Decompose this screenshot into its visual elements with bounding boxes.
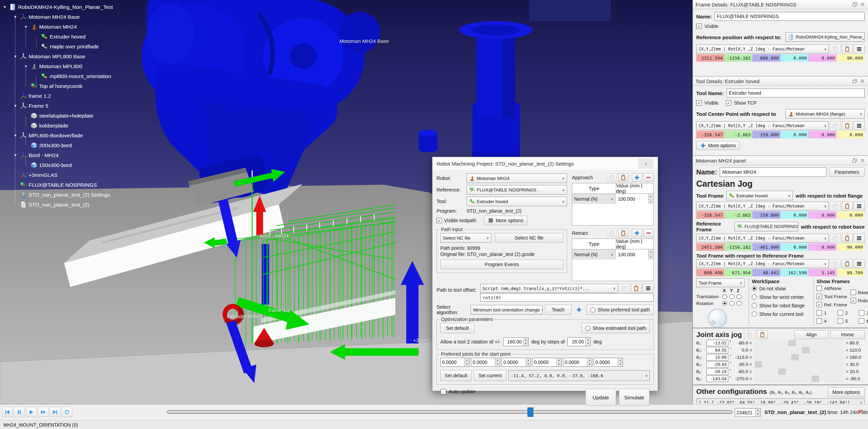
pose-menu-icon[interactable] (854, 234, 865, 243)
pose-menu-icon[interactable] (854, 121, 865, 130)
joint-increase-icon[interactable]: > (846, 362, 848, 367)
show-frame-number-option[interactable]: 4 (817, 317, 838, 325)
pose-value-cell[interactable]: 0.000 (808, 54, 836, 62)
tree-item[interactable]: FLUX@TABLE NOSPRINGS (0, 180, 177, 190)
robot-select[interactable]: Motoman MH24 ∨ (467, 173, 567, 183)
tree-expander-icon[interactable]: ▼ (13, 153, 18, 157)
joint-increase-icon[interactable]: > (846, 376, 848, 381)
show-estimated-toolpath-radio[interactable]: Show estimated tool path (581, 323, 650, 333)
frame-visible-checkbox[interactable] (696, 24, 702, 29)
close-panel-icon[interactable] (860, 158, 865, 163)
tree-item[interactable]: ▼ MPL800-Bordoverflade (0, 131, 177, 140)
joint-increase-icon[interactable]: > (846, 355, 848, 360)
float-panel-icon[interactable] (852, 2, 857, 7)
paste-icon[interactable] (618, 173, 628, 182)
pose-value-cell[interactable]: 48.442 (752, 269, 780, 276)
joint-slider[interactable] (754, 361, 844, 368)
dialog-close-button[interactable]: x (638, 158, 654, 169)
pose-menu-icon[interactable] (854, 202, 865, 211)
paste-joints-icon[interactable] (757, 330, 768, 339)
remove-approach-button[interactable] (643, 173, 654, 182)
pose-menu-icon[interactable] (854, 259, 865, 268)
pose-value-cell[interactable]: 0.000 (780, 54, 808, 62)
remove-retract-button[interactable] (643, 229, 654, 237)
skip-start-button[interactable] (2, 407, 13, 417)
show-frame-number-option[interactable]: 1 (817, 309, 838, 317)
dialog-title-bar[interactable]: Robot Machining Project: STD_non_planar_… (432, 157, 658, 170)
pose-value-cell[interactable]: 0.000 (837, 131, 865, 138)
joint-decrease-icon[interactable]: < (749, 348, 752, 353)
tool-frame-select[interactable]: Extruder hoved ∨ (726, 191, 793, 200)
pose-value-cell[interactable]: 162.599 (780, 269, 808, 276)
pose-value-cell[interactable]: 889.000 (752, 54, 780, 62)
paste-icon[interactable] (618, 229, 628, 237)
frame-details-header[interactable]: Frame Details: FLUX@TABLE NOSPRINGS (693, 0, 868, 9)
preferred-joint-input[interactable]: 0.0000 ▲▼ (563, 358, 592, 367)
auto-update-checkbox[interactable] (441, 389, 446, 394)
joint-value-input[interactable]: -39.19 (706, 368, 728, 375)
joint-decrease-icon[interactable]: < (749, 340, 752, 346)
show-tcp-checkbox[interactable] (726, 100, 731, 106)
copy-joints-icon[interactable] (744, 330, 755, 339)
paste-pose-icon[interactable] (842, 259, 853, 268)
joint-value-input[interactable]: 64.55 (706, 347, 728, 353)
pose-value-cell[interactable]: -461.000 (752, 243, 780, 251)
pose-format-select[interactable]: [X,Y,Z]mm | Rot[X,Y ,Z ]deg - Fanuc/Moto… (696, 121, 829, 130)
joint-slider[interactable] (754, 354, 844, 361)
joint-slider[interactable] (754, 340, 844, 346)
rotation-y-radio[interactable] (729, 301, 734, 306)
step-input[interactable]: 20.00 ▲▼ (567, 337, 591, 346)
pose-value-cell[interactable]: 0.000 (808, 243, 836, 251)
tool-more-options-button[interactable]: More options (696, 141, 740, 150)
pose-value-cell[interactable]: -2.663 (724, 211, 752, 219)
preferred-joint-input[interactable]: 0.0000 ▲▼ (471, 358, 500, 367)
float-panel-icon[interactable] (852, 78, 857, 84)
select-nc-file-button[interactable]: Select NC file (495, 233, 563, 243)
tree-item[interactable]: steelaluplate+holeplate (0, 111, 177, 121)
joint-increase-icon[interactable]: > (846, 340, 848, 346)
reference-position-select[interactable]: RoboDKMH24-Kylling_Non_Planar_T ∨ (786, 32, 865, 42)
show-frame-option[interactable]: Base (0) (851, 288, 868, 296)
copy-pose-icon[interactable] (830, 234, 841, 243)
home-button[interactable]: Home (831, 330, 865, 339)
path-offset-expression-input[interactable]: rotz(0) (480, 293, 654, 302)
pose-value-cell[interactable]: 0.000 (808, 131, 836, 138)
reference-frame-select[interactable]: FLUX@TABLE NOSPRINGS ∨ (734, 222, 798, 231)
tree-item[interactable]: Extruder hoved (0, 32, 177, 42)
copy-pose-icon[interactable] (830, 202, 841, 211)
tree-item[interactable]: Top af honeycomb (0, 81, 177, 91)
tree-expander-icon[interactable]: ▼ (13, 134, 18, 137)
tree-item[interactable]: +3mmGLAS (0, 170, 177, 180)
pose-value-cell[interactable]: -2.663 (724, 131, 752, 138)
copy-pose-icon[interactable] (830, 45, 841, 53)
tree-item[interactable]: Højde over printflade (0, 42, 177, 51)
copy-icon[interactable] (619, 284, 630, 293)
show-frame-number-option[interactable]: 5 (838, 317, 859, 325)
preferred-joint-input[interactable]: 0.0000 ▲▼ (502, 358, 531, 367)
tree-item[interactable]: STD_non_planar_test_(2) (0, 200, 177, 210)
show-frame-option[interactable]: All/None (817, 284, 847, 292)
joint-slider[interactable] (754, 347, 844, 353)
joint-increase-icon[interactable]: > (846, 369, 848, 374)
close-panel-icon[interactable] (860, 2, 865, 7)
joint-decrease-icon[interactable]: < (749, 369, 752, 374)
joint-slider-handle[interactable] (802, 347, 810, 353)
joint-slider-handle[interactable] (791, 354, 799, 361)
jog-knob[interactable] (708, 309, 727, 328)
paste-pose-icon[interactable] (842, 202, 853, 211)
show-frame-option[interactable]: Ref. Frame (817, 301, 847, 309)
add-approach-button[interactable] (632, 173, 642, 182)
paste-icon[interactable] (631, 284, 642, 293)
pose-value-cell[interactable]: -326.547 (696, 131, 724, 138)
menu-icon[interactable] (643, 284, 654, 293)
rotation-z-radio[interactable] (736, 301, 742, 306)
update-button[interactable]: Update (585, 389, 616, 406)
preferred-joint-input[interactable]: 0.0000 ▲▼ (594, 358, 623, 367)
current-joints-select[interactable]: -11.4, 57.2, 4.9, 0.0, -37.6, -168.6 ∨ (508, 370, 650, 381)
approach-value-input[interactable]: 100.000 ▲▼ (616, 194, 653, 204)
set-default-joints-button[interactable]: Set default (440, 370, 472, 381)
translation-z-radio[interactable] (736, 294, 742, 299)
pose-value-cell[interactable]: -1156.182 (724, 54, 752, 62)
timeline-handle[interactable] (528, 408, 533, 417)
show-frame-number-option[interactable]: 6 (859, 317, 868, 325)
